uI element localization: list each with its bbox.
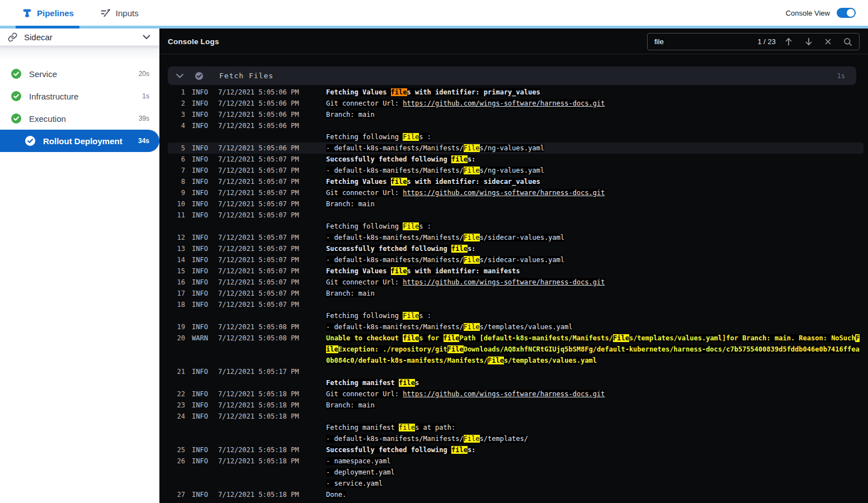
log-level: INFO	[185, 176, 218, 187]
log-line-number: 17	[168, 288, 185, 299]
log-timestamp: 7/12/2021 5:05:08 PM	[218, 333, 326, 366]
inputs-icon	[101, 8, 111, 17]
log-level: INFO	[185, 232, 218, 243]
log-level: INFO	[185, 198, 218, 210]
log-message: - default-k8s-manifests/Manifests/Files/…	[326, 143, 864, 154]
log-row[interactable]: 8INFO7/12/2021 5:05:07 PMFetching Values…	[168, 176, 864, 187]
log-message: Successfully fetched following files:	[326, 444, 864, 455]
sidebar-step-execution[interactable]: Execution39s	[0, 107, 159, 130]
log-link[interactable]: https://github.com/wings-software/harnes…	[403, 99, 605, 107]
section-chevron-down-icon[interactable]	[176, 74, 183, 78]
log-line-number: 26	[168, 455, 185, 489]
log-row[interactable]: 20WARN7/12/2021 5:05:08 PMUnable to chec…	[168, 333, 864, 366]
search-highlight: file	[399, 424, 415, 431]
search-highlight: file	[399, 379, 415, 387]
search-icon[interactable]	[843, 37, 852, 46]
log-timestamp: 7/12/2021 5:05:18 PM	[218, 388, 326, 400]
search-highlight: File	[464, 234, 480, 241]
log-timestamp: 7/12/2021 5:05:06 PM	[218, 109, 326, 120]
log-level: INFO	[185, 154, 218, 165]
log-row[interactable]: 13INFO7/12/2021 5:05:07 PMSuccessfully f…	[168, 243, 864, 254]
log-row[interactable]: 4INFO7/12/2021 5:05:06 PM Fetching follo…	[168, 120, 864, 143]
log-row[interactable]: 23INFO7/12/2021 5:05:18 PMBranch: main	[168, 400, 864, 411]
log-level: WARN	[185, 333, 218, 366]
log-row[interactable]: 7INFO7/12/2021 5:05:07 PM- default-k8s-m…	[168, 165, 864, 176]
log-message: Git connector Url: https://github.com/wi…	[326, 187, 864, 198]
log-message: Branch: main	[326, 288, 864, 299]
log-line-number: 23	[168, 400, 185, 411]
log-link[interactable]: https://github.com/wings-software/harnes…	[403, 390, 605, 398]
log-row[interactable]: 24INFO7/12/2021 5:05:18 PM Fetching mani…	[168, 411, 864, 444]
search-highlight: File	[464, 144, 480, 152]
log-message: - default-k8s-manifests/Manifests/Files/…	[326, 254, 864, 265]
search-highlight: File	[464, 256, 480, 264]
search-highlight: File	[488, 357, 504, 364]
search-highlight: File	[464, 167, 480, 174]
tab-inputs[interactable]: Inputs	[101, 8, 139, 18]
log-line-number: 15	[168, 265, 185, 277]
log-row[interactable]: 3INFO7/12/2021 5:05:06 PMBranch: main	[168, 109, 864, 120]
sidebar-step-service[interactable]: Service20s	[0, 63, 159, 85]
log-timestamp: 7/12/2021 5:05:06 PM	[218, 98, 326, 109]
log-link[interactable]: https://github.com/wings-software/harnes…	[403, 278, 605, 286]
log-row[interactable]: 5INFO7/12/2021 5:05:06 PM- default-k8s-m…	[168, 143, 864, 154]
log-row[interactable]: 15INFO7/12/2021 5:05:07 PMFetching Value…	[168, 265, 864, 277]
log-row[interactable]: 19INFO7/12/2021 5:05:08 PM- default-k8s-…	[168, 321, 864, 333]
log-row[interactable]: 16INFO7/12/2021 5:05:07 PMGit connector …	[168, 277, 864, 288]
sidebar-stage-header[interactable]: Sidecar	[0, 29, 159, 46]
search-highlight: file	[451, 446, 468, 454]
chevron-down-icon[interactable]	[143, 35, 150, 40]
console-panel: Console Logs 1 / 23 Fetch Files 1s	[159, 29, 868, 503]
log-row[interactable]: 27INFO7/12/2021 5:05:18 PMDone.	[168, 489, 864, 500]
log-row[interactable]: 18INFO7/12/2021 5:05:07 PM Fetching foll…	[168, 299, 864, 321]
log-search-input[interactable]	[648, 37, 757, 46]
step-status-icon	[11, 91, 21, 101]
previous-match-icon[interactable]	[785, 37, 792, 46]
search-highlight: File	[403, 133, 419, 141]
log-row[interactable]: 25INFO7/12/2021 5:05:18 PMSuccessfully f…	[168, 444, 864, 455]
log-message: Fetching following Files :	[326, 210, 864, 232]
stage-title: Sidecar	[24, 32, 53, 42]
log-timestamp: 7/12/2021 5:05:08 PM	[218, 321, 326, 333]
log-message: - default-k8s-manifests/Manifests/Files/…	[326, 165, 864, 176]
close-search-icon[interactable]	[825, 39, 831, 45]
log-message: - default-k8s-manifests/Manifests/Files/…	[326, 321, 864, 333]
log-line-number: 21	[168, 366, 185, 388]
log-line-number: 7	[168, 165, 185, 176]
log-row[interactable]: 21INFO7/12/2021 5:05:17 PM Fetching mani…	[168, 366, 864, 388]
log-timestamp: 7/12/2021 5:05:18 PM	[218, 489, 326, 500]
log-line-number: 9	[168, 187, 185, 198]
log-row[interactable]: 14INFO7/12/2021 5:05:07 PM- default-k8s-…	[168, 254, 864, 265]
console-header: Console Logs 1 / 23	[159, 29, 868, 54]
log-message: Fetching Values files with identifier: p…	[326, 87, 864, 98]
next-match-icon[interactable]	[805, 37, 813, 46]
log-level: INFO	[185, 321, 218, 333]
log-row[interactable]: 11INFO7/12/2021 5:05:07 PM Fetching foll…	[168, 210, 864, 232]
console-view-label: Console View	[786, 9, 830, 17]
log-row[interactable]: 17INFO7/12/2021 5:05:07 PMBranch: main	[168, 288, 864, 299]
step-success-icon	[195, 72, 204, 80]
log-row[interactable]: 2INFO7/12/2021 5:05:06 PMGit connector U…	[168, 98, 864, 109]
log-row[interactable]: 22INFO7/12/2021 5:05:18 PMGit connector …	[168, 388, 864, 400]
log-row[interactable]: 10INFO7/12/2021 5:05:07 PMBranch: main	[168, 198, 864, 210]
log-row[interactable]: 9INFO7/12/2021 5:05:07 PMGit connector U…	[168, 187, 864, 198]
tab-pipelines[interactable]: Pipelines	[22, 8, 74, 18]
log-level: INFO	[185, 265, 218, 277]
log-level: INFO	[185, 243, 218, 254]
log-section-header[interactable]: Fetch Files 1s	[168, 67, 856, 85]
log-level: INFO	[185, 299, 218, 321]
log-row[interactable]: 12INFO7/12/2021 5:05:07 PM- default-k8s-…	[168, 232, 864, 243]
log-link[interactable]: https://github.com/wings-software/harnes…	[403, 189, 605, 197]
log-row[interactable]: 6INFO7/12/2021 5:05:07 PMSuccessfully fe…	[168, 154, 864, 165]
log-message: Fetching manifest files at path: - defau…	[326, 411, 864, 444]
step-duration: 1s	[142, 92, 149, 100]
log-line-number: 22	[168, 388, 185, 400]
sidebar-step-rollout-deployment[interactable]: Rollout Deployment34s	[0, 130, 159, 152]
log-row[interactable]: 1INFO7/12/2021 5:05:06 PMFetching Values…	[168, 87, 864, 98]
console-view-toggle[interactable]	[837, 8, 856, 18]
log-row[interactable]: 26INFO7/12/2021 5:05:18 PM- namespace.ya…	[168, 455, 864, 489]
log-line-number: 3	[168, 109, 185, 120]
log-timestamp: 7/12/2021 5:05:06 PM	[218, 120, 326, 143]
sidebar-step-infrastructure[interactable]: Infrastructure1s	[0, 85, 159, 107]
search-highlight: File	[403, 222, 419, 230]
